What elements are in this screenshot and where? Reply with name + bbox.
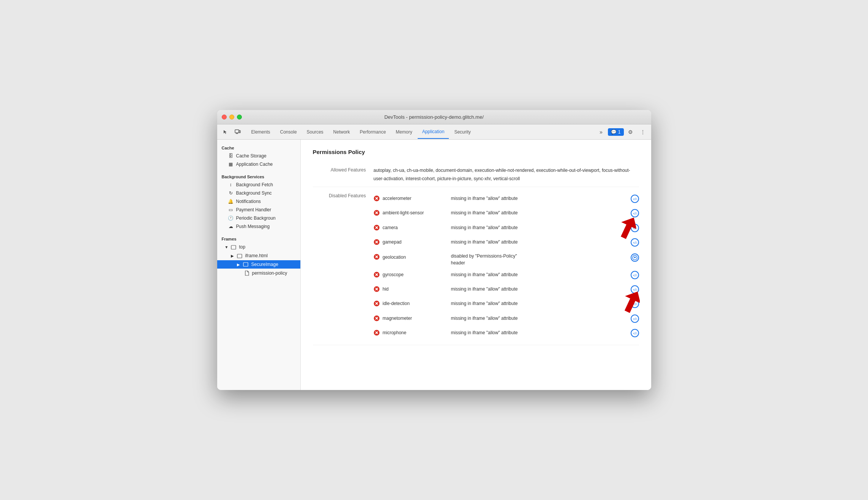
error-icon-camera xyxy=(374,224,380,234)
tab-memory[interactable]: Memory xyxy=(391,125,417,139)
cloud-icon: ☁ xyxy=(228,224,234,229)
traffic-lights xyxy=(222,115,242,119)
feature-name-ambient-light: ambient-light-sensor xyxy=(383,209,451,217)
svg-text:</>: </> xyxy=(633,197,637,201)
svg-rect-0 xyxy=(235,130,239,133)
cursor-icon[interactable] xyxy=(220,127,231,137)
sidebar-item-push-messaging[interactable]: ☁ Push Messaging xyxy=(217,222,300,231)
frames-permission-policy-item[interactable]: permission-policy xyxy=(217,269,300,277)
sidebar: Cache 🗄 Cache Storage ▦ Application Cach… xyxy=(217,140,301,390)
feature-reason-accelerometer: missing in iframe "allow" attribute xyxy=(451,195,626,203)
svg-rect-5 xyxy=(243,263,248,266)
sidebar-item-periodic-background[interactable]: 🕐 Periodic Backgroun xyxy=(217,214,300,222)
sidebar-item-cache-storage[interactable]: 🗄 Cache Storage xyxy=(217,152,300,160)
file-icon xyxy=(245,270,249,276)
chat-icon: 💬 xyxy=(611,129,617,135)
payment-icon: ▭ xyxy=(228,207,234,212)
tab-performance[interactable]: Performance xyxy=(355,125,391,139)
feature-row-camera: camera missing in iframe "allow" attribu… xyxy=(374,222,639,236)
frame-icon xyxy=(231,244,236,250)
error-icon-accelerometer xyxy=(374,195,380,204)
code-link-ambient-light[interactable]: </> xyxy=(631,209,639,217)
allowed-features-label: Allowed Features xyxy=(313,167,374,173)
cache-section-header: Cache xyxy=(217,143,300,152)
disabled-features-list: accelerometer missing in iframe "allow" … xyxy=(374,192,639,341)
svg-rect-4 xyxy=(237,254,242,258)
feature-row-accelerometer: accelerometer missing in iframe "allow" … xyxy=(374,192,639,207)
svg-text:</>: </> xyxy=(633,241,637,245)
minimize-button[interactable] xyxy=(229,115,234,119)
allowed-features-value: autoplay, ch-ua, ch-ua-mobile, document-… xyxy=(374,167,639,183)
feature-row-magnetometer: magnetometer missing in iframe "allow" a… xyxy=(374,312,639,327)
permission-policy-label: permission-policy xyxy=(252,270,287,276)
svg-text:</>: </> xyxy=(633,332,637,335)
code-link-geolocation[interactable] xyxy=(631,253,639,262)
secure-image-label: SecureImage xyxy=(251,262,278,267)
code-link-gyroscope[interactable]: </> xyxy=(631,271,639,279)
maximize-button[interactable] xyxy=(237,115,242,119)
tab-security[interactable]: Security xyxy=(450,125,475,139)
sidebar-item-background-sync[interactable]: ↻ Background Sync xyxy=(217,189,300,197)
error-icon-gyroscope xyxy=(374,271,380,281)
expand-arrow-secure: ▶ xyxy=(237,263,241,267)
feature-name-camera: camera xyxy=(383,224,451,232)
svg-text:</>: </> xyxy=(633,226,637,230)
content-panel: Permissions Policy Allowed Features auto… xyxy=(301,140,651,390)
tab-application[interactable]: Application xyxy=(418,125,449,139)
feature-name-microphone: microphone xyxy=(383,329,451,337)
code-link-camera[interactable]: </> xyxy=(631,224,639,232)
feature-reason-gamepad: missing in iframe "allow" attribute xyxy=(451,238,626,247)
error-icon-ambient-light xyxy=(374,209,380,219)
svg-rect-1 xyxy=(239,131,240,133)
svg-text:</>: </> xyxy=(633,302,637,306)
policy-table: Allowed Features autoplay, ch-ua, ch-ua-… xyxy=(313,163,639,345)
frames-iframe-item[interactable]: ▶ iframe.html xyxy=(217,252,300,260)
iframe-icon xyxy=(237,253,242,259)
code-link-idle-detection[interactable]: </> xyxy=(631,300,639,308)
feature-name-idle-detection: idle-detection xyxy=(383,300,451,308)
disabled-features-row: Disabled Features accelerometer missing … xyxy=(313,187,639,345)
error-icon-geolocation xyxy=(374,253,380,263)
code-link-microphone[interactable]: </> xyxy=(631,329,639,337)
feature-name-gyroscope: gyroscope xyxy=(383,271,451,279)
more-options-button[interactable]: ⋮ xyxy=(638,127,648,137)
feature-reason-camera: missing in iframe "allow" attribute xyxy=(451,224,626,232)
close-button[interactable] xyxy=(222,115,227,119)
error-icon-microphone xyxy=(374,329,380,339)
code-link-gamepad[interactable]: </> xyxy=(631,238,639,247)
settings-button[interactable]: ⚙ xyxy=(625,127,636,137)
tab-bar: Elements Console Sources Network Perform… xyxy=(217,124,651,140)
tab-sources[interactable]: Sources xyxy=(302,125,328,139)
sidebar-item-notifications[interactable]: 🔔 Notifications xyxy=(217,197,300,206)
feature-name-hid: hid xyxy=(383,285,451,294)
more-tabs-button[interactable]: » xyxy=(596,127,606,137)
code-link-hid[interactable]: </> xyxy=(631,285,639,294)
tab-network[interactable]: Network xyxy=(329,125,355,139)
error-icon-gamepad xyxy=(374,239,380,248)
device-icon[interactable] xyxy=(232,127,243,137)
tab-console[interactable]: Console xyxy=(276,125,301,139)
page-title: Permissions Policy xyxy=(313,149,639,155)
feature-reason-geolocation: disabled by "Permissions-Policy"header xyxy=(451,253,626,266)
disabled-features-value: accelerometer missing in iframe "allow" … xyxy=(374,192,639,341)
iframe-label: iframe.html xyxy=(245,253,268,258)
feature-row-geolocation: geolocation disabled by "Permissions-Pol… xyxy=(374,250,639,269)
error-icon-magnetometer xyxy=(374,315,380,324)
feature-row-gyroscope: gyroscope missing in iframe "allow" attr… xyxy=(374,269,639,283)
expand-arrow-iframe: ▶ xyxy=(231,254,235,258)
frames-top-item[interactable]: ▼ top xyxy=(217,243,300,252)
frames-secure-image-item[interactable]: ▶ SecureImage xyxy=(217,260,300,269)
sidebar-item-application-cache[interactable]: ▦ Application Cache xyxy=(217,160,300,168)
fetch-icon: ↕ xyxy=(228,182,234,187)
svg-text:</>: </> xyxy=(633,288,637,292)
code-link-accelerometer[interactable]: </> xyxy=(631,195,639,203)
feature-reason-ambient-light: missing in iframe "allow" attribute xyxy=(451,209,626,217)
database-icon: 🗄 xyxy=(228,153,234,159)
messages-badge[interactable]: 💬 1 xyxy=(608,128,624,136)
secure-image-icon xyxy=(243,262,248,267)
tab-elements[interactable]: Elements xyxy=(247,125,275,139)
svg-text:</>: </> xyxy=(633,212,637,215)
sidebar-item-payment-handler[interactable]: ▭ Payment Handler xyxy=(217,206,300,214)
code-link-magnetometer[interactable]: </> xyxy=(631,314,639,323)
sidebar-item-background-fetch[interactable]: ↕ Background Fetch xyxy=(217,181,300,189)
